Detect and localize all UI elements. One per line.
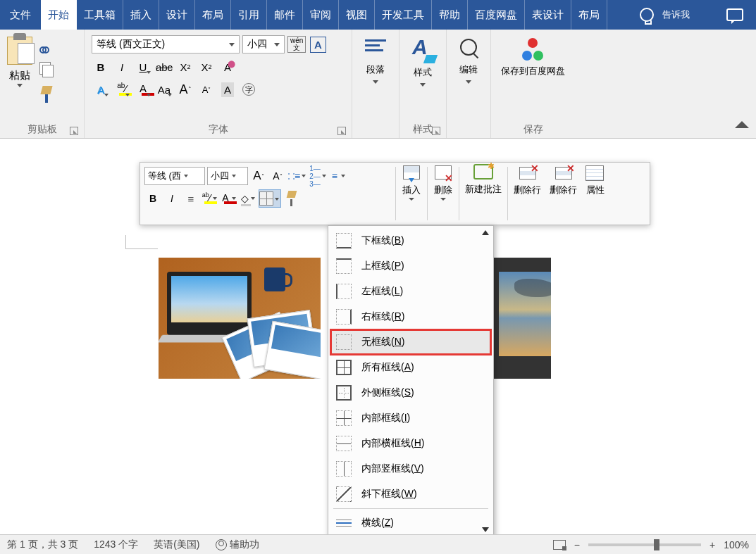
status-page[interactable]: 第 1 页，共 3 页 [7,539,78,551]
mini-bold[interactable]: B [144,189,161,208]
baidu-save-button[interactable]: 保存到百度网盘 [495,32,571,121]
styles-dialog-launcher[interactable] [432,127,440,135]
status-language[interactable]: 英语(美国) [154,539,199,551]
view-mode-icon[interactable] [553,540,566,550]
strikethrough-button[interactable]: abc [155,58,173,76]
mini-font-name[interactable]: 等线 (西 [144,167,205,185]
mini-linespace[interactable]: ≡ [330,167,347,185]
font-size-select[interactable]: 小四 [242,35,285,53]
collapse-ribbon-icon[interactable] [735,121,749,128]
mini-grow-font[interactable]: A˄ [250,167,267,185]
tab-mail[interactable]: 邮件 [267,0,303,30]
menu-no-border[interactable]: 无框线(N) [330,329,491,355]
bold-button[interactable]: B [92,58,110,76]
content-image-right[interactable] [493,258,551,379]
tab-tabledesign[interactable]: 表设计 [525,0,571,30]
tab-review[interactable]: 审阅 [303,0,339,30]
mini-shrink-font[interactable]: A˅ [269,167,286,185]
tab-toolbox[interactable]: 工具箱 [77,0,123,30]
copy-icon[interactable] [39,62,55,77]
mini-shading[interactable]: ◇ [240,189,256,208]
clipboard-dialog-launcher[interactable] [70,127,78,135]
superscript-button[interactable]: X2 [197,58,216,76]
baidu-label: 保存到百度网盘 [501,65,565,77]
tab-view[interactable]: 视图 [339,0,375,30]
font-dialog-launcher[interactable] [337,127,346,135]
paragraph-button[interactable]: 段落 [357,32,395,134]
zoom-level[interactable]: 100% [724,539,749,550]
tab-references[interactable]: 引用 [231,0,267,30]
font-color-button[interactable]: A [134,80,152,99]
tellme-label[interactable]: 告诉我 [662,8,690,21]
tab-file[interactable]: 文件 [0,0,41,30]
paste-button[interactable]: 粘贴 [9,69,30,82]
baidu-icon [519,37,547,62]
cut-icon[interactable] [39,38,55,53]
scroll-up-icon[interactable] [482,230,489,235]
mini-delete-button[interactable]: 删除 [429,163,457,225]
tab-developer[interactable]: 开发工具 [375,0,432,30]
menu-outside-borders[interactable]: 外侧框线(S) [330,380,491,405]
comments-icon[interactable] [726,8,743,21]
mini-comment-button[interactable]: 新建批注 [461,163,506,225]
mini-align[interactable]: ≡ [182,189,199,208]
character-border-icon[interactable]: A [309,35,327,53]
grow-font-button[interactable]: A˄ [176,80,194,99]
menu-all-borders[interactable]: 所有框线(A) [330,355,491,380]
content-image-left[interactable] [159,258,321,379]
mini-highlight[interactable]: ab⁄ [202,189,218,208]
mini-borders-button[interactable] [259,189,281,208]
styles-button[interactable]: 样式 [404,32,442,121]
edit-button[interactable]: 编辑 [451,32,486,134]
tab-help[interactable]: 帮助 [432,0,468,30]
mini-font-color[interactable]: A [221,189,237,208]
tab-insert[interactable]: 插入 [123,0,159,30]
menu-right-border[interactable]: 右框线(R) [330,304,491,329]
menu-horizontal-line[interactable]: 横线(Z) [330,510,491,536]
scroll-down-icon[interactable] [482,527,489,532]
subscript-button[interactable]: X2 [176,58,194,76]
menu-diag-down-border[interactable]: 斜下框线(W) [330,481,491,507]
mini-insert-button[interactable]: 插入 [397,163,426,225]
lightbulb-icon [640,8,654,22]
zoom-in-button[interactable]: + [709,539,715,550]
text-effects-button[interactable]: A [92,80,110,99]
italic-button[interactable]: I [113,58,131,76]
status-accessibility[interactable]: 辅助功 [216,539,259,551]
menu-inside-h-border[interactable]: 内部横框线(H) [330,431,491,456]
mini-properties[interactable]: 属性 [581,163,609,225]
tab-layout2[interactable]: 布局 [571,0,607,30]
tab-home[interactable]: 开始 [41,0,77,30]
mini-font-size[interactable]: 小四 [207,167,248,185]
mini-format-painter[interactable] [283,189,300,208]
mini-numbering[interactable]: 1—2—3— [309,167,328,185]
paste-icon[interactable] [7,37,32,65]
change-case-button[interactable]: Aa [155,80,173,99]
highlight-button[interactable]: ab⁄ [113,80,131,99]
phonetic-guide-icon[interactable]: wén文 [287,35,306,53]
underline-button[interactable]: U [134,58,152,76]
menu-top-border[interactable]: 上框线(P) [330,253,491,279]
menu-left-border[interactable]: 左框线(L) [330,279,491,304]
menu-bottom-border[interactable]: 下框线(B) [330,228,491,253]
menu-inside-borders[interactable]: 内部框线(I) [330,405,491,431]
mini-bullets[interactable]: ⸬≡ [288,167,307,185]
tab-baidu[interactable]: 百度网盘 [468,0,525,30]
mini-delete-row2[interactable]: 删除行 [545,163,581,225]
status-words[interactable]: 1243 个字 [94,539,138,551]
mini-italic[interactable]: I [163,189,180,208]
shrink-font-button[interactable]: A˅ [197,80,216,99]
zoom-slider[interactable] [588,543,701,546]
tab-layout[interactable]: 布局 [195,0,231,30]
zoom-out-button[interactable]: − [574,539,580,550]
styles-group-label: 样式 [413,123,433,134]
menu-inside-v-border[interactable]: 内部竖框线(V) [330,456,491,481]
clear-formatting-icon[interactable]: A⬤ [218,58,237,76]
format-painter-icon[interactable] [39,86,55,103]
tab-design[interactable]: 设计 [159,0,195,30]
character-shading-icon[interactable]: A [218,80,237,99]
paragraph-label: 段落 [366,63,385,76]
enclose-char-icon[interactable]: 字 [240,80,258,99]
mini-delete-row1[interactable]: 删除行 [509,163,545,225]
font-name-select[interactable]: 等线 (西文正文) [92,35,240,53]
